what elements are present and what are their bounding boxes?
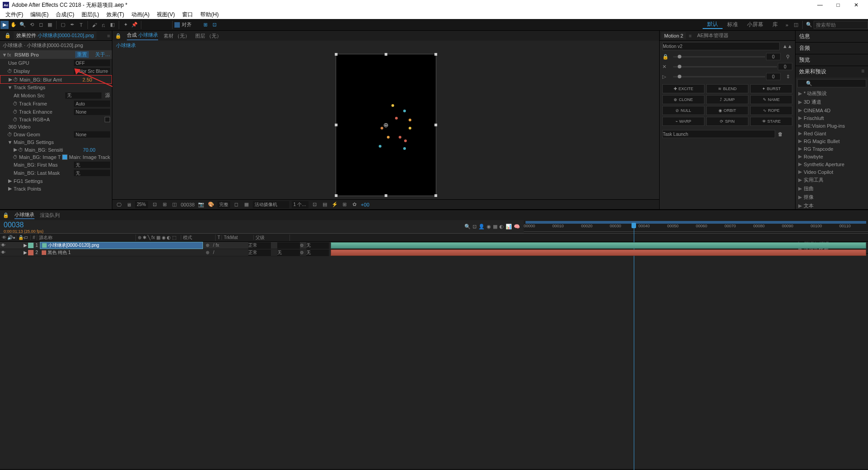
workspace-small[interactable]: 小屏幕 bbox=[743, 21, 768, 29]
resolution-select[interactable]: 完整 bbox=[217, 201, 230, 208]
time-ruler[interactable]: 0000000010000200003000040000500006000070… bbox=[524, 220, 868, 233]
selection-tool[interactable]: ▶ bbox=[0, 21, 9, 29]
stare-button[interactable]: 👁 STARE bbox=[750, 117, 792, 126]
last-mask-select[interactable]: 无 bbox=[74, 170, 110, 176]
preset-folder[interactable]: ▶Synthetic Aperture bbox=[796, 160, 868, 168]
slider-3[interactable] bbox=[673, 76, 765, 77]
warp-button[interactable]: ⌁ WARP bbox=[662, 117, 704, 126]
comp-tab-active[interactable]: 合成 小球继承 bbox=[127, 32, 158, 40]
rotation-tool[interactable]: ◻ bbox=[37, 21, 45, 29]
blur-amt-value[interactable]: 2.50 bbox=[82, 77, 110, 82]
motion-preset-select[interactable]: Motion v2 bbox=[662, 42, 780, 50]
slider-3-value[interactable] bbox=[766, 73, 781, 80]
camera-select[interactable]: 活动摄像机 bbox=[253, 201, 289, 208]
slider-2-value[interactable] bbox=[778, 63, 792, 70]
parent-select[interactable]: 无 bbox=[306, 242, 329, 249]
info-panel-tab[interactable]: 信息 bbox=[796, 31, 868, 42]
menu-view[interactable]: 视图(V) bbox=[153, 11, 178, 19]
clone-tool[interactable]: ⎌ bbox=[99, 21, 107, 29]
preset-folder[interactable]: ▶Red Giant bbox=[796, 129, 868, 137]
layer-2-track[interactable] bbox=[331, 249, 866, 256]
visibility-toggle[interactable]: 👁 bbox=[0, 243, 6, 248]
close-button[interactable]: ✕ bbox=[847, 0, 865, 10]
preset-folder[interactable]: ▶* 动画预设 bbox=[796, 89, 868, 98]
menu-file[interactable]: 文件(F) bbox=[2, 11, 27, 19]
preset-folder[interactable]: ▶实用工具 bbox=[796, 176, 868, 184]
preset-folder[interactable]: ▶3D 通道 bbox=[796, 98, 868, 106]
alt-motion-select[interactable]: 无 bbox=[65, 92, 101, 99]
help-search[interactable] bbox=[814, 21, 868, 29]
comp-mini-icon[interactable]: ⊡ bbox=[473, 224, 477, 230]
preset-folder[interactable]: ▶Video Copilot bbox=[796, 168, 868, 176]
sensitivity-value[interactable]: 70.00 bbox=[83, 147, 110, 153]
fx-reset[interactable]: 重置 bbox=[75, 51, 89, 58]
channel-icon[interactable]: 🎨 bbox=[207, 201, 215, 207]
camera-tool[interactable]: ▦ bbox=[46, 21, 54, 29]
layer-tab[interactable]: 图层 （无） bbox=[195, 33, 222, 39]
layer-1-track[interactable] bbox=[331, 242, 866, 249]
stopwatch-icon[interactable]: ⏱ bbox=[7, 68, 13, 74]
preview-panel-tab[interactable]: 预览 bbox=[796, 54, 868, 66]
snap-checkbox[interactable] bbox=[174, 22, 180, 28]
comp-flowchart[interactable]: 小球继承 bbox=[112, 41, 659, 50]
audio-panel-tab[interactable]: 音频 bbox=[796, 43, 868, 54]
anchor-icon[interactable]: ⚲ bbox=[786, 54, 792, 60]
fx-effect-header[interactable]: ▼ fx RSMB Pro 重置 关于… bbox=[0, 50, 112, 59]
image-track-check[interactable] bbox=[62, 154, 68, 160]
rect-tool[interactable]: ▢ bbox=[59, 21, 67, 29]
clone-button[interactable]: ⊕ CLONE bbox=[662, 95, 704, 104]
playhead[interactable] bbox=[634, 224, 634, 470]
workspace-more[interactable]: » bbox=[783, 21, 791, 29]
panel-menu-icon[interactable]: ≡ bbox=[107, 33, 110, 38]
blur-amt-row[interactable]: ▶⏱ Main_BG: Blur Amt 2.50 bbox=[0, 75, 112, 84]
brain-icon[interactable]: 🧠 bbox=[514, 224, 520, 230]
roto-tool[interactable]: ✦ bbox=[121, 21, 130, 29]
preset-folder[interactable]: ▶RE:Vision Plug-ins bbox=[796, 122, 868, 129]
layer-row[interactable]: 👁▶1小球继承[0000-0120].png⊕ / fx正常⊚无 bbox=[0, 242, 329, 249]
layer-name[interactable]: 小球继承[0000-0120].png bbox=[40, 242, 203, 249]
blend-mode-select[interactable]: 正常 bbox=[248, 249, 271, 256]
panel-lock-icon[interactable]: 🔒 bbox=[115, 33, 121, 39]
puppet-tool[interactable]: 📌 bbox=[130, 21, 139, 29]
maximize-button[interactable]: □ bbox=[829, 0, 847, 10]
preset-folder[interactable]: ▶抠像 bbox=[796, 193, 868, 201]
mask-icon[interactable]: ◫ bbox=[171, 201, 178, 207]
col-parent[interactable]: 父级 bbox=[254, 235, 290, 241]
snap-opt-1[interactable]: ⊞ bbox=[201, 21, 209, 29]
comp-canvas[interactable]: ⊕ bbox=[336, 54, 436, 196]
layer-row[interactable]: 👁▶2黑色 纯色 1⊕ / 正常无⊚无 bbox=[0, 249, 329, 256]
col-trkmat[interactable]: TrkMat bbox=[222, 235, 254, 240]
trkmat-select[interactable]: 无 bbox=[277, 249, 300, 256]
menu-window[interactable]: 窗口 bbox=[178, 11, 197, 19]
zoom-select[interactable]: 25% bbox=[135, 201, 148, 208]
flowchart-icon[interactable]: ✿ bbox=[351, 201, 358, 207]
spin-button[interactable]: ⟳ SPIN bbox=[706, 117, 748, 126]
eraser-tool[interactable]: ◧ bbox=[108, 21, 116, 29]
current-time[interactable]: 00038 0:00:01:13 (25.00 fps) bbox=[0, 220, 47, 233]
view-opt-icon[interactable]: ⊡ bbox=[311, 201, 318, 207]
col-source-name[interactable]: 源名称 bbox=[37, 235, 136, 241]
display-icon[interactable]: 🖥 bbox=[125, 202, 132, 207]
preset-folder[interactable]: ▶Frischluft bbox=[796, 114, 868, 122]
orbit-tool[interactable]: ⟲ bbox=[28, 21, 36, 29]
col-visibility[interactable]: 👁 bbox=[0, 235, 5, 240]
slider-1-value[interactable] bbox=[766, 53, 781, 60]
roi-icon[interactable]: ◻ bbox=[233, 201, 240, 207]
rope-button[interactable]: ∿ ROPE bbox=[750, 106, 792, 115]
col-mode[interactable]: 模式 bbox=[181, 235, 216, 241]
views-select[interactable]: 1 个… bbox=[292, 201, 309, 208]
workspace-standard[interactable]: 标准 bbox=[723, 21, 743, 29]
preset-search-input[interactable] bbox=[797, 79, 866, 87]
excite-button[interactable]: ✚ EXCITE bbox=[662, 84, 704, 93]
menu-animation[interactable]: 动画(A) bbox=[128, 11, 153, 19]
play-icon[interactable]: ▷ bbox=[662, 74, 669, 80]
preset-folder[interactable]: ▶CINEMA 4D bbox=[796, 106, 868, 114]
snap-opt-2[interactable]: ⊡ bbox=[210, 21, 218, 29]
menu-layer[interactable]: 图层(L) bbox=[78, 11, 103, 19]
fx-about[interactable]: 关于… bbox=[95, 51, 110, 58]
magnify-icon[interactable]: 🖵 bbox=[115, 202, 122, 207]
presets-panel-tab[interactable]: 效果和预设≡ bbox=[796, 66, 868, 77]
pixel-ar-icon[interactable]: ▤ bbox=[321, 201, 328, 207]
null-button[interactable]: ⊘ NULL bbox=[662, 106, 704, 115]
preset-folder[interactable]: ▶RG Trapcode bbox=[796, 145, 868, 153]
